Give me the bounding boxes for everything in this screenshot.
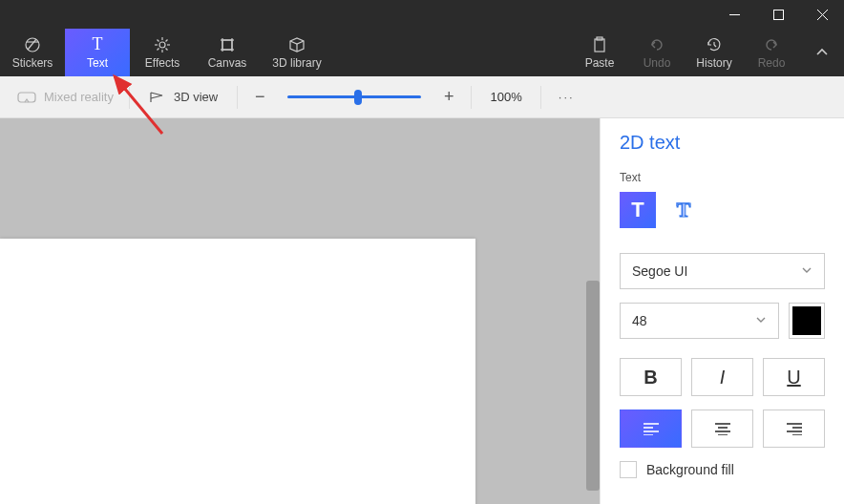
effects-icon [154,36,171,53]
text-icon: T [93,36,103,53]
text-panel: 2D text Text T T T Segoe UI 48 [600,118,844,504]
svg-rect-21 [595,39,604,52]
svg-rect-16 [222,40,232,50]
chevron-down-icon [801,263,812,279]
history-icon [706,36,723,53]
svg-line-13 [166,48,168,50]
align-center-icon [714,422,731,435]
chevron-down-icon [755,313,767,328]
zoom-value[interactable]: 100% [477,90,535,104]
align-left-icon [643,422,660,435]
svg-rect-25 [18,93,35,102]
text-section-label: Text [620,171,825,184]
paste-icon [592,36,607,53]
close-button[interactable] [800,0,844,29]
svg-line-15 [166,39,168,41]
svg-line-6 [28,39,36,50]
align-left-button[interactable] [620,410,682,448]
tool-effects[interactable]: Effects [130,29,195,76]
collapse-toolbar-button[interactable] [800,29,844,76]
tool-label: 3D library [272,56,321,70]
vr-icon [17,91,36,104]
3d-text-button[interactable]: T T [665,192,702,228]
secondary-bar: Mixed reality 3D view − + 100% ··· [0,76,844,118]
font-dropdown[interactable]: Segoe UI [620,253,825,289]
redo-icon [763,36,780,53]
mixed-reality-label: Mixed reality [44,90,114,104]
vertical-scrollbar[interactable] [586,281,600,491]
tool-label: Redo [758,56,786,70]
canvas-viewport[interactable] [0,118,600,504]
main-toolbar: Stickers T Text Effects Canvas 3D librar… [0,29,844,76]
text-color-swatch[interactable] [789,303,825,339]
background-fill-checkbox[interactable] [620,461,637,478]
tool-label: Stickers [12,56,53,70]
flag-icon [149,91,166,104]
canvas-icon [219,36,236,53]
3d-view-label: 3D view [174,90,218,104]
tool-3d-library[interactable]: 3D library [260,29,334,76]
2d-text-glyph: T [631,198,644,222]
library-icon [287,36,306,53]
font-value: Segoe UI [632,263,687,279]
more-button[interactable]: ··· [547,90,585,104]
titlebar [0,0,844,29]
font-size-value: 48 [632,313,647,328]
tool-stickers[interactable]: Stickers [0,29,65,76]
svg-rect-1 [773,10,783,19]
svg-line-12 [158,39,159,41]
svg-point-7 [159,42,165,48]
tool-label: Undo [644,56,671,70]
2d-text-button[interactable]: T [620,192,656,228]
minimize-button[interactable] [712,0,756,29]
divider [540,86,541,109]
font-size-dropdown[interactable]: 48 [620,303,779,339]
align-right-icon [786,422,803,435]
tool-label: Effects [145,56,179,70]
italic-button[interactable]: I [691,358,753,396]
background-fill-label: Background fill [646,462,734,477]
zoom-in-button[interactable]: + [433,81,465,114]
divider [129,86,130,109]
tool-label: Paste [585,56,615,70]
undo-icon [648,36,665,53]
tool-redo[interactable]: Redo [743,29,800,76]
3d-view-button[interactable]: 3D view [136,90,231,104]
bold-button[interactable]: B [620,358,682,396]
tool-label: Canvas [208,56,247,70]
tool-label: Text [87,56,108,70]
align-right-button[interactable] [763,410,825,448]
tool-label: History [696,56,731,70]
tool-canvas[interactable]: Canvas [195,29,260,76]
underline-button[interactable]: U [763,358,825,396]
tool-paste[interactable]: Paste [571,29,628,76]
mixed-reality-button: Mixed reality [8,90,123,104]
tool-text[interactable]: T Text [65,29,130,76]
canvas-page[interactable] [0,239,475,504]
align-center-button[interactable] [691,410,753,448]
divider [471,86,472,109]
zoom-out-button[interactable]: − [243,81,276,114]
svg-line-14 [158,48,159,50]
tool-undo[interactable]: Undo [628,29,686,76]
main-area: 2D text Text T T T Segoe UI 48 [0,118,844,504]
zoom-slider-thumb[interactable] [354,90,362,105]
color-preview [792,306,821,335]
tool-history[interactable]: History [686,29,743,76]
zoom-slider[interactable] [287,95,421,98]
panel-title: 2D text [620,132,825,154]
maximize-button[interactable] [756,0,800,29]
svg-line-24 [714,45,716,47]
stickers-icon [24,36,41,53]
divider [237,86,238,109]
